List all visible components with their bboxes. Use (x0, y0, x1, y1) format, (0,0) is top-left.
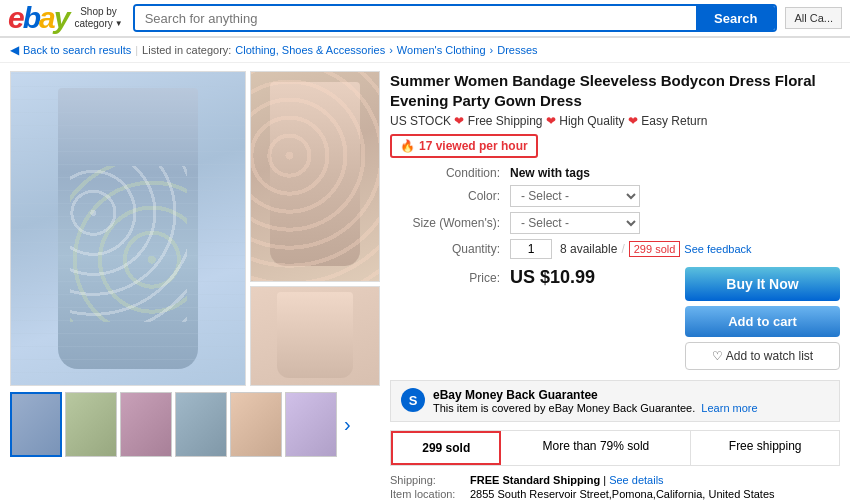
price-label: Price: (390, 271, 510, 285)
shop-by-label: Shop by (80, 6, 117, 18)
breadcrumb-cat3[interactable]: Dresses (497, 44, 537, 56)
search-input[interactable] (135, 6, 696, 30)
main-image-right-top[interactable] (250, 71, 380, 282)
search-bar: Search (133, 4, 778, 32)
shipping-row: Shipping: FREE Standard Shipping | See d… (390, 474, 840, 486)
sold-count-inline: 299 sold (629, 241, 681, 257)
breadcrumb-arrow-1: › (389, 44, 393, 56)
fire-icon: 🔥 (400, 139, 415, 153)
quantity-input[interactable] (510, 239, 552, 259)
color-row: Color: - Select - (390, 185, 840, 207)
quantity-label: Quantity: (390, 242, 510, 256)
size-label: Size (Women's): (390, 216, 510, 230)
condition-label: Condition: (390, 166, 510, 180)
breadcrumb-cat2[interactable]: Women's Clothing (397, 44, 486, 56)
thumbnail-1[interactable] (10, 392, 62, 457)
condition-value: New with tags (510, 166, 590, 180)
thumbnail-2[interactable] (65, 392, 117, 457)
thumbnail-next-button[interactable]: › (340, 413, 355, 436)
breadcrumb-cat1[interactable]: Clothing, Shoes & Accessories (235, 44, 385, 56)
product-info: Summer Women Bandage Sleeveless Bodycon … (390, 71, 840, 500)
breadcrumb-separator-1: | (135, 44, 138, 56)
main-content: › Summer Women Bandage Sleeveless Bodyco… (0, 63, 850, 500)
action-buttons: Buy It Now Add to cart ♡ Add to watch li… (685, 267, 840, 370)
guarantee-text: eBay Money Back Guarantee This item is c… (433, 388, 758, 414)
shop-by-category[interactable]: Shop by category ▼ (74, 6, 122, 30)
thumbnail-strip: › (10, 392, 380, 457)
stat-shipping: Free shipping (691, 431, 839, 465)
category-label: category (74, 18, 112, 30)
main-images-right-col (250, 71, 380, 386)
heart-icon-3: ❤ (628, 114, 638, 128)
images-section: › (10, 71, 380, 500)
item-location-row: Item location: 2855 South Reservoir Stre… (390, 488, 840, 500)
ebay-logo: ebay (8, 3, 68, 33)
stat-sold-value: 299 sold (422, 441, 470, 455)
main-image-right-bottom[interactable] (250, 286, 380, 386)
stat-shipping-value: Free shipping (729, 439, 802, 453)
free-shipping-text: FREE Standard Shipping (470, 474, 600, 486)
buy-it-now-button[interactable]: Buy It Now (685, 267, 840, 301)
thumbnail-4[interactable] (175, 392, 227, 457)
product-title: Summer Women Bandage Sleeveless Bodycon … (390, 71, 840, 110)
stat-sold: 299 sold (391, 431, 501, 465)
learn-more-link[interactable]: Learn more (701, 402, 757, 414)
heart-icon-2: ❤ (546, 114, 556, 128)
search-button[interactable]: Search (696, 6, 775, 30)
us-stock-label: US STOCK (390, 114, 451, 128)
add-to-watchlist-button[interactable]: ♡ Add to watch list (685, 342, 840, 370)
stat-pct: More than 79% sold (501, 431, 691, 465)
color-select[interactable]: - Select - (510, 185, 640, 207)
guarantee-title: eBay Money Back Guarantee (433, 388, 758, 402)
shipping-label: Shipping: (390, 474, 470, 486)
size-row: Size (Women's): - Select - (390, 212, 840, 234)
stat-pct-value: More than 79% sold (543, 439, 650, 453)
price-value: US $10.99 (510, 267, 595, 288)
header: ebay Shop by category ▼ Search All Ca... (0, 0, 850, 38)
guarantee-box: S eBay Money Back Guarantee This item is… (390, 380, 840, 422)
viewed-badge: 🔥 17 viewed per hour (390, 134, 538, 158)
available-separator: / (621, 242, 624, 256)
thumbnail-3[interactable] (120, 392, 172, 457)
price-and-buttons-row: Price: US $10.99 Buy It Now Add to cart … (390, 267, 840, 370)
see-details-link[interactable]: See details (609, 474, 663, 486)
all-categories-dropdown[interactable]: All Ca... (785, 7, 842, 29)
stats-bar: 299 sold More than 79% sold Free shippin… (390, 430, 840, 466)
condition-row: Condition: New with tags (390, 166, 840, 180)
guarantee-desc: This item is covered by eBay Money Back … (433, 402, 695, 414)
product-subtitle: US STOCK ❤ Free Shipping ❤ High Quality … (390, 114, 840, 128)
heart-outline-icon: ♡ (712, 349, 723, 363)
available-count: 8 available (560, 242, 617, 256)
thumbnail-6[interactable] (285, 392, 337, 457)
item-location-label: Item location: (390, 488, 470, 500)
guarantee-icon: S (401, 388, 425, 412)
quantity-row: Quantity: 8 available / 299 sold See fee… (390, 239, 840, 259)
main-image-left[interactable] (10, 71, 246, 386)
chevron-down-icon: ▼ (115, 19, 123, 29)
thumbnail-5[interactable] (230, 392, 282, 457)
heart-icon-1: ❤ (454, 114, 464, 128)
shipping-section: Shipping: FREE Standard Shipping | See d… (390, 474, 840, 500)
add-to-cart-button[interactable]: Add to cart (685, 306, 840, 337)
watchlist-label: Add to watch list (726, 349, 813, 363)
breadcrumb-arrow-2: › (490, 44, 494, 56)
size-select[interactable]: - Select - (510, 212, 640, 234)
back-to-results-link[interactable]: Back to search results (23, 44, 131, 56)
viewed-label: 17 viewed per hour (419, 139, 528, 153)
item-location-value: 2855 South Reservoir Street,Pomona,Calif… (470, 488, 775, 500)
chevron-left-icon: ◀ (10, 43, 19, 57)
shipping-value: FREE Standard Shipping | See details (470, 474, 664, 486)
main-images (10, 71, 380, 386)
color-label: Color: (390, 189, 510, 203)
listed-in-label: Listed in category: (142, 44, 231, 56)
price-section: Price: US $10.99 (390, 267, 685, 288)
see-feedback-link[interactable]: See feedback (684, 243, 751, 255)
breadcrumb: ◀ Back to search results | Listed in cat… (0, 38, 850, 63)
